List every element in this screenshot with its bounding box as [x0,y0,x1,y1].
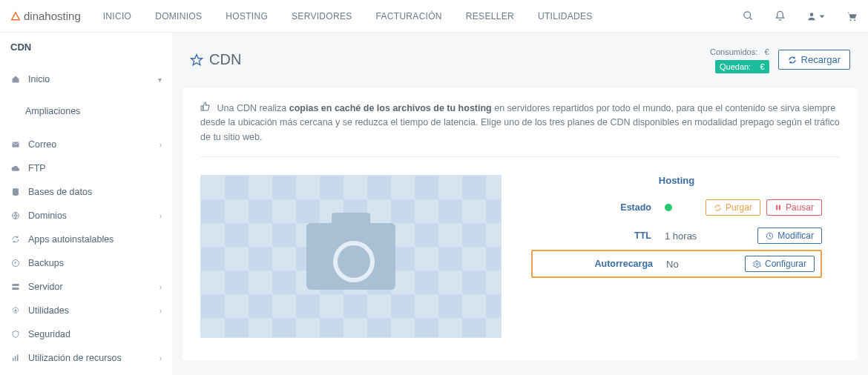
reload-label: Recargar [801,54,841,65]
hosting-heading: Hosting [531,175,822,186]
sidebar-item-label: FTP [28,163,46,173]
sidebar-item-backups[interactable]: Backups [0,251,172,275]
database-icon [10,188,21,196]
home-icon [10,75,21,84]
chevron-right-icon: › [160,354,162,362]
sidebar-item-servidor[interactable]: Servidor › [0,275,172,299]
svg-point-13 [15,310,17,312]
nav-hosting[interactable]: HOSTING [226,11,268,21]
refresh-icon [788,56,797,64]
sidebar-item-label: Utilización de recursos [28,353,122,363]
nav-facturacion[interactable]: FACTURACIÓN [376,11,442,21]
nav-dominios[interactable]: DOMINIOS [155,11,202,21]
sidebar-item-ftp[interactable]: FTP [0,156,172,180]
gear-icon [10,306,21,315]
sidebar-item-correo[interactable]: Correo › [0,133,172,156]
search-icon[interactable] [743,10,754,21]
svg-line-2 [749,17,752,19]
ttl-label: TTL [531,230,665,241]
configurar-label: Configurar [765,259,806,269]
sidebar-item-label: Utilidades [28,305,69,316]
breadcrumb: CDN [0,33,172,59]
svg-rect-22 [776,205,777,210]
svg-point-1 [744,12,751,19]
svg-marker-0 [12,12,20,19]
pause-icon [775,204,782,211]
sidebar-item-inicio[interactable]: Inicio ▾ [0,67,172,91]
sidebar-item-label: Ampliaciones [25,106,80,116]
mail-icon [10,140,21,149]
sidebar-item-label: Apps autoinstalables [28,234,114,245]
page-title-text: CDN [209,51,241,68]
svg-rect-14 [13,358,14,361]
reload-button[interactable]: Recargar [778,50,850,70]
configurar-button[interactable]: Configurar [745,256,815,272]
sidebar-item-label: Servidor [28,282,63,292]
sidebar-item-apps[interactable]: Apps autoinstalables [0,228,172,251]
bell-icon[interactable] [775,10,786,21]
camera-icon [306,223,395,290]
brand[interactable]: dinahosting [10,10,81,22]
clock-icon [766,232,774,240]
estado-label: Estado [531,202,665,213]
image-placeholder [200,175,502,338]
shield-icon [10,330,21,339]
row-estado: Estado Purgar Pausar [531,193,822,222]
sidebar-item-label: Bases de datos [28,187,92,197]
thumbs-up-icon [200,103,212,113]
nav-reseller[interactable]: RESELLER [466,11,514,21]
modificar-label: Modificar [777,230,814,241]
globe-icon [10,211,21,220]
page-title: CDN [190,51,241,68]
cloud-icon [10,164,21,173]
autorrecarga-value: No [666,259,679,270]
info-bold: copias en caché de los archivos de tu ho… [289,103,492,113]
sidebar-item-label: Dominios [28,210,67,221]
svg-marker-21 [191,54,203,64]
pausar-label: Pausar [786,202,814,213]
nav-utilidades[interactable]: UTILIDADES [538,11,593,21]
sidebar-item-label: Correo [28,139,56,150]
sidebar-item-seguridad[interactable]: Seguridad [0,322,172,346]
consumed-currency: € [764,47,769,56]
pausar-button[interactable]: Pausar [766,199,822,216]
refresh-icon [714,204,722,212]
budget-block: Consumidos: € Quedan: € [710,46,769,73]
sidebar-item-bases-de-datos[interactable]: Bases de datos [0,180,172,204]
page-header: CDN Consumidos: € Quedan: € Recargar [183,33,858,85]
chevron-right-icon: › [160,283,162,291]
chevron-right-icon: › [160,212,162,220]
svg-point-6 [854,19,855,21]
star-icon[interactable] [190,53,203,67]
sidebar-item-utilidades[interactable]: Utilidades › [0,299,172,322]
chevron-down-icon: ▾ [158,76,162,84]
sidebar-item-label: Seguridad [28,329,70,339]
brand-logo-icon [10,11,21,21]
sidebar-item-dominios[interactable]: Dominios › [0,204,172,228]
cart-icon[interactable] [846,10,858,22]
refresh-icon [10,235,21,244]
backup-icon [10,259,21,268]
svg-point-3 [810,13,814,16]
user-menu-icon[interactable] [806,11,825,21]
svg-rect-11 [13,284,19,286]
modificar-button[interactable]: Modificar [757,228,822,244]
status-dot-icon [665,204,672,211]
quedan-label: Quedan: [720,62,751,71]
sidebar-item-label: Inicio [28,74,50,84]
info-text: Una CDN realiza copias en caché de los a… [200,102,840,157]
svg-marker-4 [820,15,824,18]
sidebar-item-ampliaciones[interactable]: Ampliaciones [15,100,172,124]
brand-label: dinahosting [24,10,81,22]
svg-point-5 [850,19,852,21]
chevron-right-icon: › [160,307,162,315]
chart-icon [10,354,21,362]
sidebar-item-recursos[interactable]: Utilización de recursos › [0,346,172,370]
sidebar-item-panel-acceso[interactable]: Panel de acceso › [0,370,172,375]
purgar-button[interactable]: Purgar [706,199,760,216]
nav-servidores[interactable]: SERVIDORES [292,11,352,21]
info-pre: Una CDN realiza [217,103,289,113]
purgar-label: Purgar [726,202,752,213]
nav-inicio[interactable]: INICIO [103,11,131,21]
consumed-label: Consumidos: [710,47,757,56]
